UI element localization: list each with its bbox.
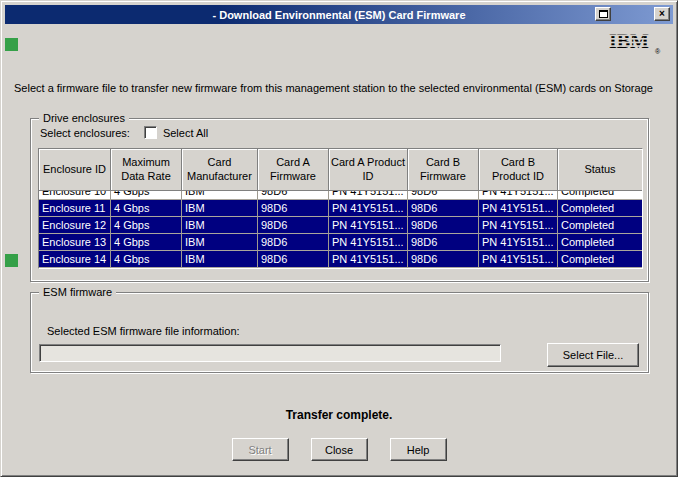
table-cell: Completed xyxy=(558,217,642,234)
table-cell: PN 41Y5151... xyxy=(329,191,408,200)
column-header[interactable]: Card A Product ID xyxy=(329,149,408,191)
table-cell: PN 41Y5151... xyxy=(329,251,408,268)
firmware-file-field[interactable] xyxy=(39,344,501,362)
close-button[interactable]: × xyxy=(654,7,670,21)
table-cell: Enclosure 12 xyxy=(39,217,111,234)
table-cell: 98D6 xyxy=(258,217,329,234)
table-row[interactable]: Enclosure 144 GbpsIBM98D6PN 41Y5151...98… xyxy=(39,251,642,268)
enclosure-table-header: Enclosure IDMaximum Data RateCard Manufa… xyxy=(39,149,642,191)
table-cell: 98D6 xyxy=(258,200,329,217)
table-cell: PN 41Y5151... xyxy=(329,200,408,217)
window-restore-icon xyxy=(599,10,608,18)
table-cell: Completed xyxy=(558,234,642,251)
ibm-logo-text: IBM xyxy=(609,31,649,52)
esm-firmware-group: ESM firmware Selected ESM firmware file … xyxy=(30,292,649,373)
table-cell: PN 41Y5151... xyxy=(479,191,558,200)
table-cell: Completed xyxy=(558,200,642,217)
table-row[interactable]: Enclosure 114 GbpsIBM98D6PN 41Y5151...98… xyxy=(39,200,642,217)
status-message: Transfer complete. xyxy=(1,408,677,422)
table-cell: PN 41Y5151... xyxy=(479,251,558,268)
close-icon: × xyxy=(659,9,665,19)
select-file-button[interactable]: Select File... xyxy=(547,343,639,367)
restore-button[interactable] xyxy=(595,7,611,21)
enclosure-table: Enclosure IDMaximum Data RateCard Manufa… xyxy=(38,148,643,269)
select-all-checkbox[interactable] xyxy=(144,126,157,139)
select-all-label[interactable]: Select All xyxy=(163,127,208,139)
esm-firmware-group-label: ESM firmware xyxy=(39,286,116,298)
table-cell: 98D6 xyxy=(408,200,479,217)
table-row[interactable]: Enclosure 134 GbpsIBM98D6PN 41Y5151...98… xyxy=(39,234,642,251)
table-cell: 98D6 xyxy=(408,191,479,200)
action-button-row: Start Close Help xyxy=(1,438,677,461)
green-marker-top xyxy=(5,38,18,51)
table-cell: Enclosure 10 xyxy=(39,191,111,200)
table-cell: 4 Gbps xyxy=(111,251,182,268)
table-cell: 98D6 xyxy=(258,251,329,268)
table-cell: IBM xyxy=(182,200,258,217)
ibm-logo: IBM ® xyxy=(609,31,663,57)
select-enclosures-row: Select enclosures: Select All xyxy=(40,126,208,139)
instruction-text: Select a firmware file to transfer new f… xyxy=(14,82,670,94)
table-cell: PN 41Y5151... xyxy=(329,234,408,251)
table-cell: Enclosure 13 xyxy=(39,234,111,251)
file-info-label: Selected ESM firmware file information: xyxy=(47,325,240,337)
enclosure-table-body[interactable]: Enclosure 104 GbpsIBM98D6PN 41Y5151...98… xyxy=(39,191,642,268)
table-cell: IBM xyxy=(182,234,258,251)
dialog-window: - Download Environmental (ESM) Card Firm… xyxy=(0,0,678,477)
column-header[interactable]: Maximum Data Rate xyxy=(111,149,182,191)
table-row[interactable]: Enclosure 104 GbpsIBM98D6PN 41Y5151...98… xyxy=(39,191,642,200)
drive-enclosures-group-label: Drive enclosures xyxy=(39,112,129,124)
column-header[interactable]: Card A Firmware xyxy=(258,149,329,191)
help-button[interactable]: Help xyxy=(390,438,447,461)
column-header[interactable]: Card Manufacturer xyxy=(182,149,258,191)
table-cell: 4 Gbps xyxy=(111,217,182,234)
table-cell: PN 41Y5151... xyxy=(329,217,408,234)
table-cell: 4 Gbps xyxy=(111,234,182,251)
table-cell: IBM xyxy=(182,191,258,200)
select-enclosures-label: Select enclosures: xyxy=(40,127,130,139)
table-cell: PN 41Y5151... xyxy=(479,234,558,251)
column-header[interactable]: Card B Product ID xyxy=(479,149,558,191)
column-header[interactable]: Card B Firmware xyxy=(408,149,479,191)
table-cell: 98D6 xyxy=(408,217,479,234)
table-cell: 98D6 xyxy=(408,234,479,251)
start-button[interactable]: Start xyxy=(232,438,289,461)
table-cell: Completed xyxy=(558,191,642,200)
titlebar[interactable]: - Download Environmental (ESM) Card Firm… xyxy=(5,5,673,24)
table-cell: 4 Gbps xyxy=(111,200,182,217)
column-header[interactable]: Enclosure ID xyxy=(39,149,111,191)
table-cell: PN 41Y5151... xyxy=(479,200,558,217)
green-marker-left xyxy=(5,254,18,267)
table-cell: Enclosure 11 xyxy=(39,200,111,217)
table-cell: Completed xyxy=(558,251,642,268)
table-cell: PN 41Y5151... xyxy=(479,217,558,234)
registered-mark: ® xyxy=(655,48,661,55)
table-cell: IBM xyxy=(182,251,258,268)
close-action-button[interactable]: Close xyxy=(311,438,368,461)
table-cell: IBM xyxy=(182,217,258,234)
table-cell: 4 Gbps xyxy=(111,191,182,200)
table-row[interactable]: Enclosure 124 GbpsIBM98D6PN 41Y5151...98… xyxy=(39,217,642,234)
drive-enclosures-group: Drive enclosures Select enclosures: Sele… xyxy=(30,118,649,282)
table-cell: Enclosure 14 xyxy=(39,251,111,268)
table-cell: 98D6 xyxy=(258,234,329,251)
table-cell: 98D6 xyxy=(408,251,479,268)
table-cell: 98D6 xyxy=(258,191,329,200)
column-header[interactable]: Status xyxy=(558,149,642,191)
window-title: - Download Environmental (ESM) Card Firm… xyxy=(212,9,465,21)
